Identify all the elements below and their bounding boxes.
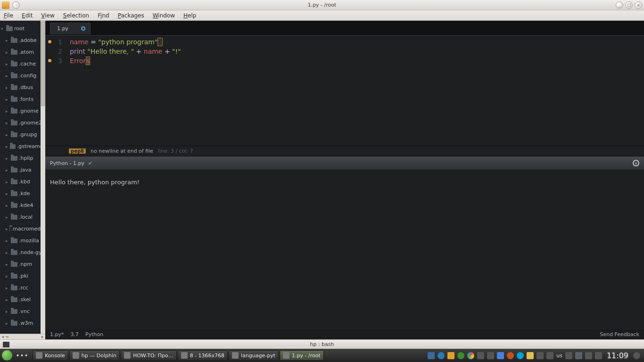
app-icon (283, 352, 289, 359)
keyboard-layout[interactable]: us (556, 353, 562, 359)
tree-scrollbar-h[interactable]: ◂⇔▸ (0, 334, 45, 339)
tree-item[interactable]: ▸.npm (0, 258, 45, 270)
tray-notes-icon[interactable] (527, 352, 534, 359)
folder-icon (11, 321, 17, 326)
tray-search-icon[interactable] (438, 352, 445, 359)
runner-title: Python - 1.py (50, 160, 84, 166)
menu-selection[interactable]: Selection (63, 12, 89, 19)
runner-close-button[interactable]: × (633, 160, 639, 166)
info-icon[interactable] (595, 352, 602, 359)
tray-windows-icon[interactable] (497, 352, 504, 359)
folder-icon (11, 239, 17, 243)
tree-item[interactable]: ▸.rcc (0, 282, 45, 294)
tray-green-icon[interactable] (457, 352, 464, 359)
taskbar-item[interactable]: 8 - 644x362 (178, 350, 228, 361)
tree-item[interactable]: ▸.gnome (0, 105, 45, 117)
menu-icon[interactable]: · (12, 1, 20, 9)
tree-item[interactable]: ▸.gstreamer (0, 140, 45, 152)
folder-icon (11, 38, 17, 43)
folder-icon (6, 26, 13, 31)
send-feedback-link[interactable]: Send Feedback (600, 331, 639, 337)
tray-bug-icon[interactable] (507, 352, 514, 359)
tree-item[interactable]: ▸.gnupg (0, 129, 45, 140)
tree-item[interactable]: ▸.node-gyp (0, 247, 45, 258)
battery-icon[interactable] (585, 352, 592, 359)
close-button[interactable]: × (635, 1, 642, 9)
tree-item[interactable]: ▸.vnc (0, 305, 45, 317)
modified-icon (81, 26, 85, 31)
tree-item[interactable]: ▸.adobe (0, 34, 45, 46)
tray-clipboard-icon[interactable] (487, 352, 494, 359)
app-icon (36, 352, 42, 359)
project-tree[interactable]: ▾root▸.adobe▸.atom▸.cache▸.config▸.dbus▸… (0, 21, 45, 334)
maximize-button[interactable]: ▢ (625, 1, 633, 9)
tab-file[interactable]: 1.py (49, 22, 91, 34)
folder-icon (11, 50, 17, 55)
folder-icon (11, 168, 17, 173)
app-icon (181, 352, 188, 359)
check-icon: ✔ (88, 160, 92, 166)
tree-item[interactable]: ▸.kde4 (0, 199, 45, 211)
code-editor[interactable]: 123 name = "python program" print "Hello… (45, 35, 644, 146)
app-icon (73, 352, 79, 359)
tree-item[interactable]: ▸.macromedia (0, 223, 45, 235)
tray-box-icon[interactable] (477, 352, 484, 359)
status-file[interactable]: 1.py* (50, 331, 64, 337)
tree-item[interactable]: ▸.dbus (0, 82, 45, 93)
tree-item[interactable]: ▸.mozilla (0, 235, 45, 247)
konsole-titlebar[interactable]: hp : bash (0, 339, 644, 349)
volume-icon[interactable] (565, 352, 572, 359)
folder-icon (11, 286, 17, 290)
tray-lock-icon[interactable] (537, 352, 544, 359)
clock[interactable]: 11:09 (605, 351, 630, 360)
tray-vs-icon[interactable] (447, 352, 454, 359)
tray-hp-icon[interactable] (517, 352, 524, 359)
tree-item[interactable]: ▸.w3m (0, 317, 45, 329)
status-position[interactable]: 3,7 (71, 331, 79, 337)
folder-icon (10, 144, 15, 149)
folder-icon (9, 227, 10, 231)
tree-item[interactable]: ▸.gnome2 (0, 117, 45, 129)
taskbar-item[interactable]: language-pyt (229, 350, 279, 361)
tree-item[interactable]: ▸.local (0, 211, 45, 223)
tree-item[interactable]: ▸.java (0, 164, 45, 176)
start-button[interactable] (2, 350, 12, 361)
tree-item[interactable]: ▸.pki (0, 270, 45, 282)
menu-edit[interactable]: Edit (22, 12, 33, 19)
tree-item[interactable]: ▸.kde (0, 188, 45, 199)
tray-desktop-icon[interactable] (428, 352, 435, 359)
folder-icon (11, 191, 17, 196)
menu-file[interactable]: File (4, 12, 13, 19)
menu-packages[interactable]: Packages (118, 12, 144, 19)
linter-message: no newline at end of file (91, 148, 153, 154)
tree-item[interactable]: ▸.atom (0, 46, 45, 58)
bluetooth-icon[interactable] (575, 352, 582, 359)
tree-root[interactable]: ▾root (0, 23, 45, 34)
minimize-button[interactable]: ‿ (616, 1, 623, 9)
runner-output[interactable]: Hello there, python program! (45, 170, 644, 329)
tree-item[interactable]: ▸.hplip (0, 152, 45, 164)
tray-scissors-icon[interactable] (546, 352, 553, 359)
taskbar-item[interactable]: 1.py - /root (280, 350, 324, 361)
tray-kde-icon[interactable] (633, 352, 640, 359)
konsole-title: hp : bash (310, 341, 334, 347)
taskbar-item[interactable]: Konsole (33, 350, 68, 361)
tree-item[interactable]: ▸.fonts (0, 93, 45, 105)
taskbar: ••• Konsolehp — DolphinHOW-TO: Про…8 - 1… (0, 349, 644, 362)
tree-item[interactable]: ▸.skel (0, 294, 45, 305)
tree-scrollbar-v[interactable] (41, 21, 45, 334)
menu-find[interactable]: Find (98, 12, 109, 19)
taskbar-item[interactable]: HOW-TO: Про… (121, 350, 177, 361)
menu-help[interactable]: Help (183, 12, 196, 19)
folder-icon (11, 297, 17, 302)
folder-icon (11, 97, 17, 102)
menu-view[interactable]: View (41, 12, 54, 19)
tree-item[interactable]: ▸.cache (0, 58, 45, 70)
tree-item[interactable]: ▸.config (0, 70, 45, 82)
activity-switcher[interactable]: ••• (13, 353, 32, 359)
tray-chrome-icon[interactable] (467, 352, 474, 359)
taskbar-item[interactable]: hp — Dolphin (69, 350, 120, 361)
tree-item[interactable]: ▸.kbd (0, 176, 45, 188)
status-language[interactable]: Python (85, 331, 103, 337)
menu-window[interactable]: Window (153, 12, 175, 19)
